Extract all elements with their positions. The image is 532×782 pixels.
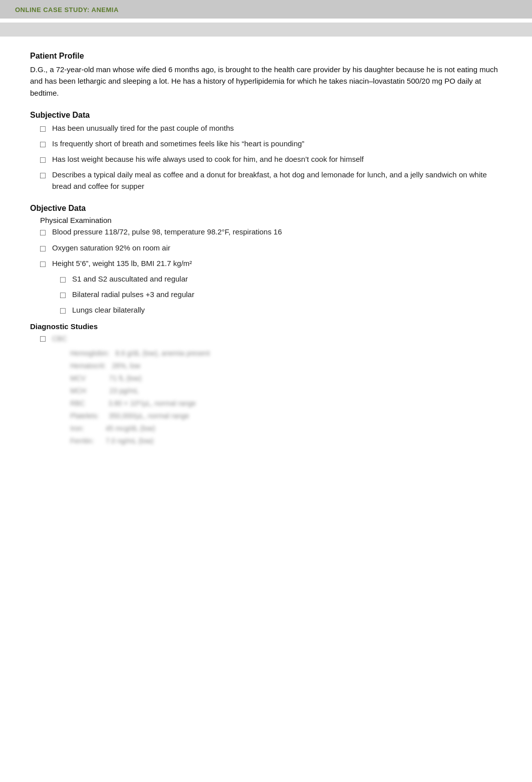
content-area: Patient Profile D.G., a 72-year-old man … (0, 37, 532, 478)
list-item: □ Is frequently short of breath and some… (40, 138, 502, 151)
header-subtitle-bar (0, 23, 532, 37)
objective-data-section: Objective Data Physical Examination □ Bl… (30, 204, 502, 446)
blurred-cbc-label: CBC (52, 334, 67, 344)
objective-data-title: Objective Data (30, 204, 502, 213)
blurred-row: Platelets: 350,000/μL, normal range (70, 411, 502, 421)
bullet-icon: □ (40, 123, 49, 135)
bullet-text: S1 and S2 auscultated and regular (72, 274, 502, 285)
list-item: □ S1 and S2 auscultated and regular (60, 274, 502, 286)
patient-profile-title: Patient Profile (30, 52, 502, 61)
bullet-icon: □ (60, 289, 69, 302)
diagnostic-studies-title: Diagnostic Studies (30, 322, 98, 331)
diagnostic-blurred-section: □ CBC Hemoglobin: 8.6 g/dL (low), anemia… (40, 334, 502, 446)
blurred-row: Hematocrit: 26%, low (70, 361, 502, 371)
bullet-icon: □ (60, 305, 69, 317)
subjective-bullets: □ Has been unusually tired for the past … (40, 123, 502, 192)
list-item: □ Lungs clear bilaterally (60, 305, 502, 317)
patient-profile-body: D.G., a 72-year-old man whose wife died … (30, 64, 502, 99)
bullet-icon: □ (60, 274, 69, 286)
patient-profile-section: Patient Profile D.G., a 72-year-old man … (30, 52, 502, 99)
subjective-data-section: Subjective Data □ Has been unusually tir… (30, 111, 502, 192)
bullet-text: Describes a typical daily meal as coffee… (52, 169, 502, 192)
header-bar: ONLINE CASE STUDY: ANEMIA (0, 0, 532, 19)
blurred-row: MCV 71 fL (low) (70, 373, 502, 384)
list-item: □ Blood pressure 118/72, pulse 98, tempe… (40, 226, 502, 239)
subjective-data-title: Subjective Data (30, 111, 502, 120)
list-item: □ Has lost weight because his wife alway… (40, 154, 502, 166)
blurred-diagnostic-table: Hemoglobin: 8.6 g/dL (low), anemia prese… (70, 348, 502, 446)
bullet-text: Oxygen saturation 92% on room air (52, 242, 502, 254)
list-item: □ Bilateral radial pulses +3 and regular (60, 289, 502, 302)
list-item: □ Height 5’6”, weight 135 lb, BMI 21.7 k… (40, 258, 502, 271)
bullet-text: Height 5’6”, weight 135 lb, BMI 21.7 kg/… (52, 258, 502, 270)
blurred-row: MCH 23 pg/mL (70, 386, 502, 396)
bullet-text: Lungs clear bilaterally (72, 305, 502, 316)
bullet-icon: □ (40, 258, 49, 271)
bullet-icon: □ (40, 242, 49, 255)
physical-exam-title: Physical Examination (40, 216, 502, 224)
list-item: □ Has been unusually tired for the past … (40, 123, 502, 135)
bullet-text: Is frequently short of breath and someti… (52, 138, 502, 150)
bullet-icon: □ (40, 154, 49, 166)
blurred-row: Ferritin: 7.0 ng/mL (low) (70, 436, 502, 446)
bullet-icon: □ (40, 169, 49, 182)
list-item: □ Describes a typical daily meal as coff… (40, 169, 502, 192)
indented-pe-bullets: □ S1 and S2 auscultated and regular □ Bi… (60, 274, 502, 318)
bullet-icon: □ (40, 226, 49, 239)
blurred-row: Iron: 45 mcg/dL (low) (70, 423, 502, 434)
bullet-text: Bilateral radial pulses +3 and regular (72, 289, 502, 301)
list-item: □ Oxygen saturation 92% on room air (40, 242, 502, 255)
header-title: ONLINE CASE STUDY: ANEMIA (15, 6, 119, 14)
blurred-row: Hemoglobin: 8.6 g/dL (low), anemia prese… (70, 348, 502, 359)
blurred-row: RBC 3.80 × 10⁶/μL, normal range (70, 398, 502, 409)
pe-bullets: □ Blood pressure 118/72, pulse 98, tempe… (40, 226, 502, 271)
bullet-text: Blood pressure 118/72, pulse 98, tempera… (52, 226, 502, 238)
bullet-icon: □ (40, 138, 49, 151)
bullet-text: Has lost weight because his wife always … (52, 154, 502, 165)
bullet-text: Has been unusually tired for the past co… (52, 123, 502, 134)
